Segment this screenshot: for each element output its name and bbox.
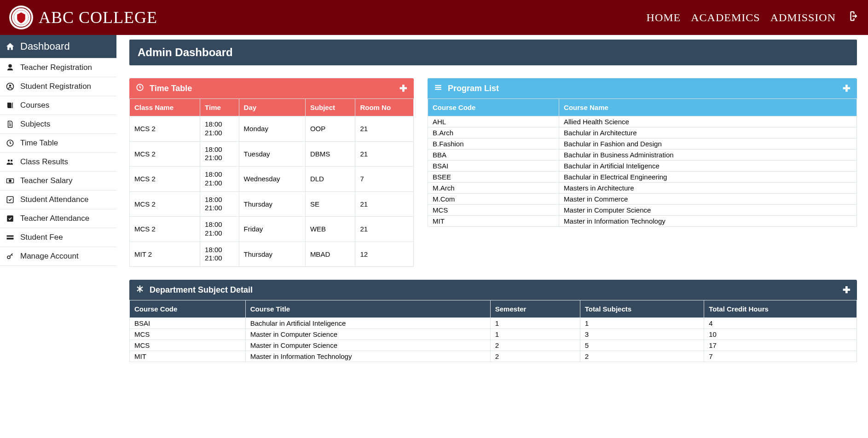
user-icon xyxy=(6,63,15,72)
clock-icon xyxy=(136,83,144,94)
cell-room: 12 xyxy=(355,242,414,267)
cell-code: MIT xyxy=(130,351,246,362)
file-icon xyxy=(6,120,15,128)
cell-code: B.Fashion xyxy=(428,138,559,150)
sidebar-item-label: Student Registration xyxy=(20,82,91,91)
cell-time: 18:00 21:00 xyxy=(200,167,239,192)
college-logo xyxy=(9,6,33,29)
th-subjects: Total Subjects xyxy=(580,300,704,318)
sidebar-item-teacher-registration[interactable]: Teacher Registration xyxy=(0,58,116,77)
sidebar-item-manage-account[interactable]: Manage Account xyxy=(0,247,116,266)
th-semester: Semester xyxy=(490,300,580,318)
sidebar-item-student-fee[interactable]: Student Fee xyxy=(0,228,116,247)
sidebar-item-courses[interactable]: Courses xyxy=(0,96,116,115)
th-class: Class Name xyxy=(130,99,200,116)
table-row: BSEEBachular in Electrical Engineering xyxy=(428,172,857,183)
cell-time: 18:00 21:00 xyxy=(200,141,239,167)
home-icon xyxy=(6,41,15,52)
table-row: MCSMaster in Computer Science xyxy=(428,205,857,216)
dept-detail-header: Department Subject Detail ✚ xyxy=(129,280,857,300)
cell-room: 7 xyxy=(355,167,414,192)
sidebar-item-teacher-attendance[interactable]: Teacher Attendance xyxy=(0,209,116,228)
cell-name: Allied Health Science xyxy=(559,116,857,127)
add-program-button[interactable]: ✚ xyxy=(843,83,851,94)
nav-admission[interactable]: ADMISSION xyxy=(770,12,836,24)
svg-point-5 xyxy=(8,160,10,162)
sidebar-item-subjects[interactable]: Subjects xyxy=(0,115,116,134)
cell-semester: 2 xyxy=(490,340,580,351)
timetable-panel: Time Table ✚ Class Name Time Day Subject… xyxy=(129,78,414,267)
cell-credits: 17 xyxy=(704,340,857,351)
table-row: MIT 218:00 21:00ThursdayMBAD12 xyxy=(130,242,414,267)
cell-code: MCS xyxy=(130,340,246,351)
add-dept-button[interactable]: ✚ xyxy=(843,284,851,295)
cell-subject: DLD xyxy=(305,167,355,192)
cell-day: Monday xyxy=(239,116,305,142)
cell-class: MCS 2 xyxy=(130,217,200,242)
clock-icon xyxy=(6,139,15,147)
table-row: M.ArchMasters in Architecture xyxy=(428,183,857,194)
key-icon xyxy=(6,252,15,260)
th-title: Course Title xyxy=(245,300,490,318)
cell-code: MCS xyxy=(130,329,246,340)
svg-point-3 xyxy=(9,85,12,87)
cell-subject: SE xyxy=(305,191,355,217)
check-filled-icon xyxy=(6,214,15,223)
svg-rect-12 xyxy=(7,238,14,240)
cell-code: AHL xyxy=(428,116,559,127)
cell-title: Bachular in Artificial Inteligence xyxy=(245,318,490,329)
sidebar-item-label: Teacher Salary xyxy=(20,176,72,185)
sidebar-item-teacher-salary[interactable]: Teacher Salary xyxy=(0,172,116,190)
th-room: Room No xyxy=(355,99,414,116)
credit-card-icon xyxy=(6,233,15,242)
cell-day: Friday xyxy=(239,217,305,242)
add-timetable-button[interactable]: ✚ xyxy=(399,83,407,94)
program-list-table: Course Code Course Name AHLAllied Health… xyxy=(428,98,857,227)
brand-area: ABC COLLEGE xyxy=(9,6,157,29)
sidebar-item-student-registration[interactable]: Student Registration xyxy=(0,77,116,96)
svg-point-13 xyxy=(7,256,10,259)
logout-icon[interactable] xyxy=(846,10,859,26)
list-icon xyxy=(434,83,442,94)
table-row: MCS 218:00 21:00FridayWEB21 xyxy=(130,217,414,242)
th-credits: Total Credit Hours xyxy=(704,300,857,318)
sidebar-item-student-attendance[interactable]: Student Attendance xyxy=(0,190,116,209)
money-icon xyxy=(6,177,15,185)
cell-code: B.Arch xyxy=(428,127,559,138)
cell-title: Master in Information Technology xyxy=(245,351,490,362)
table-row: BSAIBachular in Artificial Inteligence11… xyxy=(130,318,857,329)
th-day: Day xyxy=(239,99,305,116)
dept-detail-panel: Department Subject Detail ✚ Course Code … xyxy=(129,280,857,362)
nav-academics[interactable]: ACADEMICS xyxy=(691,12,760,24)
cell-code: M.Com xyxy=(428,194,559,205)
cell-code: BSEE xyxy=(428,172,559,183)
cell-title: Master in Computer Science xyxy=(245,340,490,351)
cell-class: MCS 2 xyxy=(130,191,200,217)
table-row: AHLAllied Health Science xyxy=(428,116,857,127)
main-content: Admin Dashboard Time Table ✚ Class Name … xyxy=(116,35,868,373)
cell-semester: 2 xyxy=(490,351,580,362)
panel-title: Program List xyxy=(448,84,499,93)
table-row: B.FashionBachular in Fashion and Design xyxy=(428,138,857,150)
table-row: BSAIBachular in Artificial Inteligence xyxy=(428,161,857,172)
cell-class: MCS 2 xyxy=(130,116,200,142)
cell-class: MIT 2 xyxy=(130,242,200,267)
table-row: M.ComMaster in Commerce xyxy=(428,194,857,205)
sidebar-item-class-results[interactable]: Class Results xyxy=(0,153,116,172)
cell-subject: DBMS xyxy=(305,141,355,167)
cell-subjects: 1 xyxy=(580,318,704,329)
cell-semester: 1 xyxy=(490,318,580,329)
sidebar-item-dashboard[interactable]: Dashboard xyxy=(0,35,116,58)
cell-room: 21 xyxy=(355,116,414,142)
nav-home[interactable]: HOME xyxy=(647,12,681,24)
users-icon xyxy=(6,158,15,166)
top-nav: HOME ACADEMICS ADMISSION xyxy=(647,10,859,26)
cell-room: 21 xyxy=(355,141,414,167)
cell-subjects: 5 xyxy=(580,340,704,351)
svg-point-8 xyxy=(9,180,12,182)
panel-title: Time Table xyxy=(150,84,192,93)
sidebar-item-label: Student Fee xyxy=(20,233,63,242)
sidebar-item-timetable[interactable]: Time Table xyxy=(0,134,116,153)
table-row: MCS 218:00 21:00ThursdaySE21 xyxy=(130,191,414,217)
table-row: MITMaster in Information Technology227 xyxy=(130,351,857,362)
